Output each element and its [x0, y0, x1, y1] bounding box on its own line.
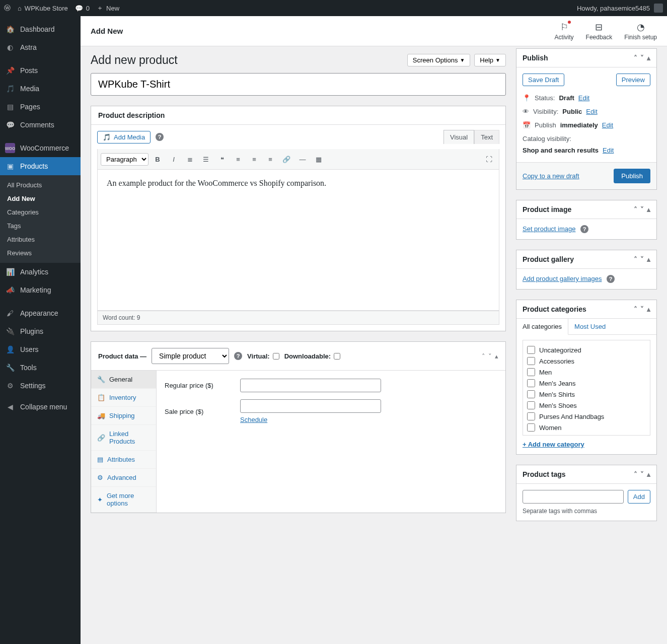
- downloadable-checkbox-label[interactable]: Downloadable:: [284, 352, 340, 360]
- category-checkbox[interactable]: [527, 412, 535, 420]
- publish-button[interactable]: Publish: [614, 169, 650, 183]
- category-item[interactable]: Men: [527, 367, 646, 378]
- link-button[interactable]: 🔗: [279, 152, 293, 166]
- chevron-down-icon[interactable]: ˅: [640, 305, 644, 313]
- submenu-add-new[interactable]: Add New: [0, 192, 81, 205]
- edit-visibility-link[interactable]: Edit: [586, 108, 597, 115]
- align-center-button[interactable]: ≡: [247, 152, 261, 166]
- italic-button[interactable]: I: [167, 152, 181, 166]
- category-item[interactable]: Men's Shoes: [527, 400, 646, 411]
- chevron-down-icon[interactable]: ˅: [640, 54, 644, 62]
- menu-plugins[interactable]: 🔌Plugins: [0, 322, 81, 340]
- menu-marketing[interactable]: 📣Marketing: [0, 281, 81, 299]
- editor-content[interactable]: An example product for the WooCommerce v…: [97, 170, 499, 311]
- menu-posts[interactable]: 📌Posts: [0, 61, 81, 80]
- help-icon[interactable]: ?: [607, 275, 615, 283]
- pd-tab-advanced[interactable]: ⚙Advanced: [91, 469, 156, 487]
- pd-tab-linked[interactable]: 🔗Linked Products: [91, 425, 156, 451]
- edit-status-link[interactable]: Edit: [578, 94, 589, 102]
- feedback-button[interactable]: ⊟ Feedback: [586, 22, 613, 41]
- menu-pages[interactable]: ▤Pages: [0, 98, 81, 116]
- wordpress-logo-icon[interactable]: ⓦ: [4, 4, 11, 13]
- save-draft-button[interactable]: Save Draft: [523, 74, 564, 86]
- preview-button[interactable]: Preview: [616, 74, 650, 86]
- menu-dashboard[interactable]: 🏠Dashboard: [0, 20, 81, 38]
- add-gallery-link[interactable]: Add product gallery images: [523, 275, 602, 282]
- menu-comments[interactable]: 💬Comments: [0, 116, 81, 134]
- caret-up-icon[interactable]: ▴: [495, 352, 498, 360]
- category-checkbox[interactable]: [527, 357, 535, 365]
- finish-setup-button[interactable]: ◔ Finish setup: [624, 22, 657, 41]
- collapse-menu[interactable]: ◀Collapse menu: [0, 398, 81, 416]
- add-tag-button[interactable]: Add: [628, 490, 650, 504]
- help-button[interactable]: Help ▼: [474, 54, 506, 66]
- submenu-reviews[interactable]: Reviews: [0, 246, 81, 260]
- chevron-up-icon[interactable]: ˄: [634, 255, 637, 263]
- menu-appearance[interactable]: 🖌Appearance: [0, 304, 81, 322]
- submenu-all-products[interactable]: All Products: [0, 178, 81, 192]
- number-list-button[interactable]: ☰: [199, 152, 213, 166]
- align-left-button[interactable]: ≡: [231, 152, 245, 166]
- tag-input[interactable]: [523, 490, 624, 504]
- product-type-select[interactable]: Simple product: [152, 348, 229, 364]
- schedule-link[interactable]: Schedule: [240, 416, 267, 423]
- chevron-up-icon[interactable]: ˄: [482, 352, 485, 360]
- chevron-up-icon[interactable]: ˄: [634, 54, 637, 62]
- most-used-tab[interactable]: Most Used: [568, 319, 612, 334]
- submenu-categories[interactable]: Categories: [0, 205, 81, 219]
- fullscreen-button[interactable]: ⛶: [482, 152, 496, 166]
- screen-options-button[interactable]: Screen Options ▼: [407, 54, 471, 66]
- avatar[interactable]: [654, 4, 663, 13]
- submenu-attributes[interactable]: Attributes: [0, 233, 81, 246]
- caret-up-icon[interactable]: ▴: [647, 470, 650, 478]
- sale-price-input[interactable]: [240, 399, 381, 413]
- add-category-link[interactable]: + Add new category: [523, 441, 584, 448]
- category-item[interactable]: Men's Jeans: [527, 378, 646, 389]
- pd-tab-attributes[interactable]: ▤Attributes: [91, 451, 156, 469]
- submenu-tags[interactable]: Tags: [0, 219, 81, 233]
- category-checkbox[interactable]: [527, 346, 535, 354]
- all-categories-tab[interactable]: All categories: [516, 319, 568, 335]
- copy-draft-link[interactable]: Copy to a new draft: [523, 172, 579, 180]
- category-item[interactable]: Men's Shirts: [527, 389, 646, 400]
- virtual-checkbox[interactable]: [273, 353, 279, 360]
- quote-button[interactable]: ❝: [215, 152, 229, 166]
- new-content-link[interactable]: ＋ New: [97, 4, 119, 13]
- category-item[interactable]: Women: [527, 422, 646, 433]
- caret-up-icon[interactable]: ▴: [647, 305, 650, 313]
- chevron-down-icon[interactable]: ˅: [640, 470, 644, 478]
- regular-price-input[interactable]: [240, 379, 381, 392]
- pd-tab-inventory[interactable]: 📋Inventory: [91, 389, 156, 407]
- visual-tab[interactable]: Visual: [443, 130, 474, 144]
- pd-tab-general[interactable]: 🔧General: [91, 371, 156, 389]
- caret-up-icon[interactable]: ▴: [647, 54, 650, 62]
- format-select[interactable]: Paragraph: [101, 153, 149, 166]
- text-tab[interactable]: Text: [474, 130, 499, 144]
- set-product-image-link[interactable]: Set product image: [523, 225, 576, 233]
- menu-woocommerce[interactable]: wooWooCommerce: [0, 139, 81, 157]
- category-item[interactable]: Uncategorized: [527, 344, 646, 355]
- bold-button[interactable]: B: [151, 152, 165, 166]
- add-media-button[interactable]: 🎵 Add Media: [97, 131, 151, 144]
- help-icon[interactable]: ?: [156, 133, 164, 141]
- menu-astra[interactable]: ◐Astra: [0, 38, 81, 56]
- category-checkbox[interactable]: [527, 390, 535, 398]
- menu-settings[interactable]: ⚙Settings: [0, 377, 81, 395]
- toolbar-toggle-button[interactable]: ▦: [312, 152, 326, 166]
- menu-users[interactable]: 👤Users: [0, 340, 81, 359]
- caret-up-icon[interactable]: ▴: [647, 255, 650, 263]
- more-button[interactable]: —: [295, 152, 310, 166]
- category-checkbox[interactable]: [527, 423, 535, 432]
- edit-date-link[interactable]: Edit: [602, 121, 613, 129]
- category-list[interactable]: Uncategorized Accessories Men Men's Jean…: [523, 340, 650, 436]
- pd-tab-shipping[interactable]: 🚚Shipping: [91, 407, 156, 425]
- activity-button[interactable]: ⚐ Activity: [555, 22, 574, 41]
- menu-analytics[interactable]: 📊Analytics: [0, 263, 81, 281]
- chevron-down-icon[interactable]: ˅: [488, 352, 492, 360]
- caret-up-icon[interactable]: ▴: [647, 205, 650, 213]
- comments-link[interactable]: 💬 0: [75, 5, 90, 12]
- product-title-input[interactable]: [91, 73, 506, 96]
- virtual-checkbox-label[interactable]: Virtual:: [247, 352, 279, 360]
- category-item[interactable]: Accessories: [527, 355, 646, 367]
- align-right-button[interactable]: ≡: [263, 152, 277, 166]
